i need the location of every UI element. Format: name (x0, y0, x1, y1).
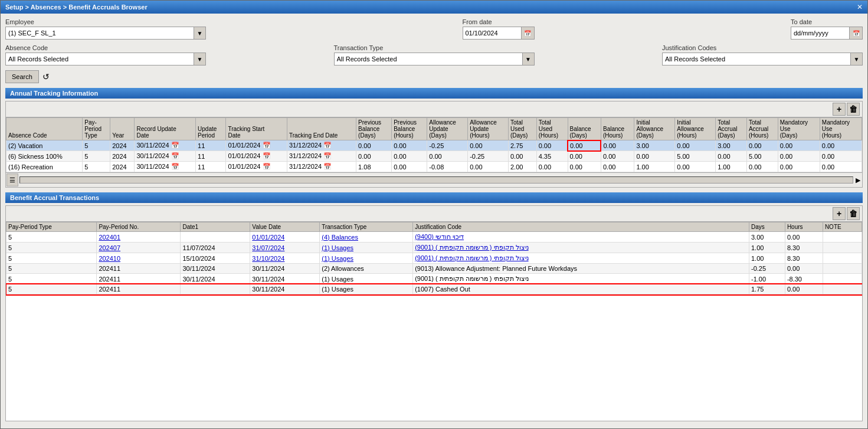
to-date-label: To date (791, 18, 863, 25)
annual-bottom-bar: ☰ ▶ (6, 172, 862, 187)
col-year: Year (110, 118, 135, 140)
transactions-table-wrap[interactable]: Pay-Period Type Pay-Period No. Date1 Val… (6, 222, 862, 340)
tcol-note: NOTE (823, 222, 862, 232)
col-balance-hours: Balance(Hours) (601, 118, 634, 140)
tcol-value-date: Value Date (250, 222, 320, 232)
transaction-type-select[interactable]: All Records Selected (334, 53, 523, 66)
annual-table-row[interactable]: (2) Vacation5202430/11/2024 📅1101/01/202… (6, 140, 862, 151)
tcol-pay-period-no: Pay-Period No. (97, 222, 181, 232)
annual-table-row[interactable]: (16) Recreation5202430/11/2024 📅1101/01/… (6, 162, 862, 172)
absence-code-dropdown-btn[interactable]: ▼ (194, 53, 206, 66)
col-total-used-days: TotalUsed(Days) (508, 118, 536, 140)
tcol-transaction-type: Transaction Type (320, 222, 413, 232)
tcol-justification-code: Justification Code (413, 222, 749, 232)
col-initial-allow-hours: InitialAllowance(Hours) (675, 118, 716, 140)
col-allow-update-days: AllowanceUpdate(Days) (427, 118, 468, 140)
form-row-2: Absence Code All Records Selected ▼ Tran… (5, 44, 863, 66)
justification-codes-dropdown-btn[interactable]: ▼ (851, 53, 863, 66)
annual-hscrollbar[interactable] (19, 176, 853, 184)
search-button[interactable]: Search (5, 70, 39, 83)
employee-label: Employee (5, 18, 206, 25)
close-button[interactable]: ✕ (857, 3, 863, 11)
annual-add-btn[interactable]: + (833, 103, 846, 116)
col-pay-period-type: Pay-PeriodType (83, 118, 110, 140)
col-prev-bal-days: PreviousBalance(Days) (356, 118, 392, 140)
col-prev-bal-hours: PreviousBalance(Hours) (392, 118, 427, 140)
transaction-type-group: Transaction Type All Records Selected ▼ (334, 44, 535, 66)
employee-dropdown-btn[interactable]: ▼ (194, 27, 206, 40)
from-date-calendar-btn[interactable]: 📅 (522, 27, 535, 40)
annual-tracking-table: Absence Code Pay-PeriodType Year Record … (6, 117, 862, 172)
transaction-table-row[interactable]: 520241130/11/202430/11/2024(2) Allowance… (6, 264, 862, 274)
tcol-days: Days (749, 222, 785, 232)
main-window: Setup > Absences > Benefit Accruals Brow… (0, 0, 868, 429)
window-title: Setup > Absences > Benefit Accruals Brow… (5, 4, 148, 11)
from-date-field: 📅 (463, 27, 535, 40)
annual-toolbar: + 🗑 (6, 101, 862, 117)
absence-code-select-container: All Records Selected ▼ (5, 53, 206, 66)
justification-codes-select-container: All Records Selected ▼ (662, 53, 863, 66)
to-date-input[interactable] (791, 27, 850, 40)
justification-codes-label: Justification Codes (662, 44, 863, 51)
transaction-type-dropdown-btn[interactable]: ▼ (523, 53, 535, 66)
transactions-toolbar: + 🗑 (6, 206, 862, 222)
col-tracking-start-date: Tracking StartDate (226, 118, 287, 140)
transactions-section-header: Benefit Accrual Transactions (5, 192, 863, 203)
transactions-add-btn[interactable]: + (833, 207, 846, 220)
to-date-group: To date 📅 (791, 18, 863, 40)
annual-tracking-container: + 🗑 Absence Code Pay-PeriodType Year Rec… (5, 101, 863, 188)
col-record-update-date: Record UpdateDate (135, 118, 196, 140)
tcol-date1: Date1 (181, 222, 250, 232)
transaction-table-row[interactable]: 520240101/01/2024(4) Balancesדיכוי חודשי… (6, 232, 862, 243)
col-total-accrual-days: TotalAccrual(Days) (716, 118, 747, 140)
justification-codes-group: Justification Codes All Records Selected… (662, 44, 863, 66)
search-row: Search ↺ (5, 70, 863, 83)
main-content: Employee (1) SEC_F SL_1 ▼ From date 📅 (1, 14, 867, 428)
col-balance-days: Balance(Days) (568, 118, 601, 140)
absence-code-label: Absence Code (5, 44, 206, 51)
col-allow-update-hours: AllowanceUpdate(Hours) (468, 118, 509, 140)
annual-list-btn[interactable]: ☰ (6, 173, 18, 186)
col-tracking-end-date: Tracking End Date (287, 118, 356, 140)
tcol-hours: Hours (785, 222, 823, 232)
absence-code-group: Absence Code All Records Selected ▼ (5, 44, 206, 66)
absence-code-select[interactable]: All Records Selected (5, 53, 194, 66)
tcol-pay-period-type: Pay-Period Type (6, 222, 97, 232)
col-mandatory-use-hours: MandatoryUse(Hours) (820, 118, 862, 140)
transaction-table-row[interactable]: 520240711/07/202431/07/2024(1) Usagesניצ… (6, 243, 862, 253)
employee-group: Employee (1) SEC_F SL_1 ▼ (5, 18, 206, 40)
annual-delete-btn[interactable]: 🗑 (847, 103, 860, 116)
annual-scroll-right-arrow[interactable]: ▶ (854, 176, 862, 184)
col-absence-code: Absence Code (6, 118, 83, 140)
transaction-table-row[interactable]: 520241130/11/2024(1) Usages(1007) Cashed… (6, 284, 862, 294)
employee-select-container: (1) SEC_F SL_1 ▼ (5, 27, 206, 40)
transaction-table-row[interactable]: 520241015/10/202431/10/2024(1) Usagesניצ… (6, 253, 862, 264)
refresh-icon[interactable]: ↺ (42, 72, 50, 81)
from-date-group: From date 📅 (463, 18, 535, 40)
col-mandatory-use-days: MandatoryUse(Days) (778, 118, 820, 140)
justification-codes-select[interactable]: All Records Selected (662, 53, 851, 66)
col-total-accrual-hours: TotalAccrual(Hours) (746, 118, 778, 140)
annual-section-header: Annual Tracking Information (5, 88, 863, 99)
transaction-type-label: Transaction Type (334, 44, 535, 51)
to-date-field: 📅 (791, 27, 863, 40)
transactions-table: Pay-Period Type Pay-Period No. Date1 Val… (6, 222, 862, 294)
transaction-table-row[interactable]: 520241130/11/202430/11/2024(1) Usagesניצ… (6, 274, 862, 284)
transactions-delete-btn[interactable]: 🗑 (847, 207, 860, 220)
title-bar: Setup > Absences > Benefit Accruals Brow… (1, 1, 867, 14)
from-date-input[interactable] (463, 27, 522, 40)
from-date-label: From date (463, 18, 535, 25)
employee-select[interactable]: (1) SEC_F SL_1 (5, 27, 194, 40)
col-update-period: UpdatePeriod (196, 118, 226, 140)
to-date-calendar-btn[interactable]: 📅 (850, 27, 863, 40)
transaction-type-select-container: All Records Selected ▼ (334, 53, 535, 66)
annual-table-row[interactable]: (6) Sickness 100%5202430/11/2024 📅1101/0… (6, 151, 862, 162)
annual-table-wrap[interactable]: Absence Code Pay-PeriodType Year Record … (6, 117, 862, 172)
form-row-1: Employee (1) SEC_F SL_1 ▼ From date 📅 (5, 18, 863, 40)
col-total-used-hours: TotalUsed(Hours) (536, 118, 568, 140)
col-initial-allow-days: InitialAllowance(Days) (634, 118, 675, 140)
transactions-container: + 🗑 Pay-Period Type Pay-Period No. Date1… (5, 205, 863, 421)
